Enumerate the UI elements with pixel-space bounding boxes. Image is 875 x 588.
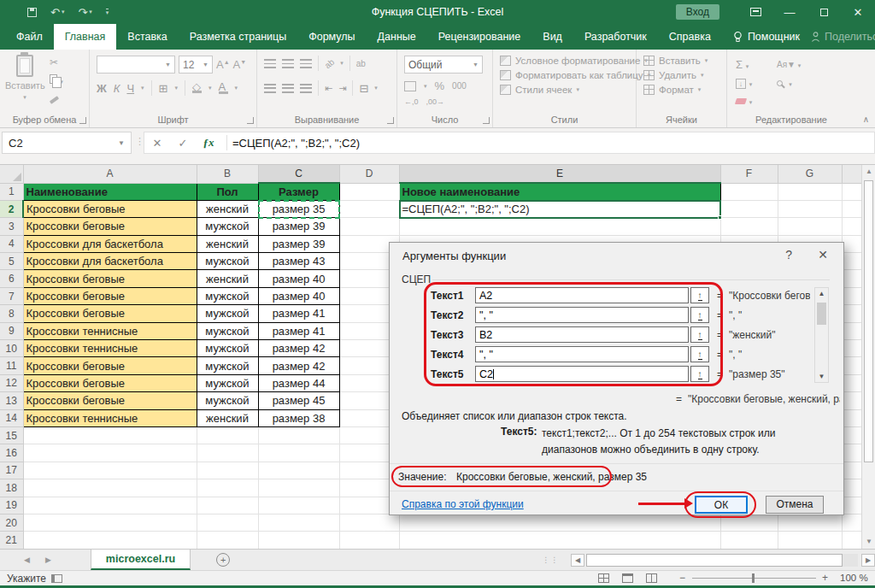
cell-E2[interactable]: =СЦЕП(A2;", ";B2;", ";C2)	[399, 200, 720, 217]
cell-H8[interactable]	[842, 305, 861, 322]
row-header-6[interactable]: 6	[0, 270, 23, 287]
row-header-3[interactable]: 3	[0, 218, 23, 235]
cell-H7[interactable]	[842, 287, 861, 304]
cell-A3[interactable]: Кроссовки беговые	[23, 218, 197, 235]
cell-A20[interactable]	[23, 514, 197, 531]
cell-B10[interactable]: мужской	[197, 340, 258, 357]
column-header-A[interactable]: A	[23, 165, 197, 183]
format-painter-icon[interactable]	[50, 92, 63, 104]
cell-C18[interactable]	[258, 479, 339, 497]
cell-F21[interactable]	[720, 532, 778, 549]
new-sheet-icon[interactable]: +	[216, 553, 230, 567]
cell-A21[interactable]	[23, 532, 197, 549]
ribbon-tab-Вставка[interactable]: Вставка	[116, 24, 178, 50]
row-header-8[interactable]: 8	[0, 305, 23, 322]
scroll-up-icon[interactable]: ▲	[862, 165, 875, 179]
cell-C21[interactable]	[258, 532, 339, 549]
column-header-B[interactable]: B	[197, 165, 258, 183]
cell-C15[interactable]	[258, 426, 339, 444]
cell-H6[interactable]	[842, 270, 861, 287]
cell-C4[interactable]: размер 39	[258, 235, 339, 252]
cell-A2[interactable]: Кроссовки беговые	[23, 200, 197, 217]
cell-B16[interactable]	[197, 444, 258, 462]
prev-sheet-icon[interactable]: ◀	[24, 556, 30, 564]
cell-H19[interactable]	[842, 497, 861, 514]
styles-item-Условное форматирование[interactable]: Условное форматирование▾	[500, 56, 650, 66]
hscroll-right-icon[interactable]: ▶	[861, 554, 875, 567]
cell-E1[interactable]: Новое наименование	[399, 183, 720, 200]
align-left-icon[interactable]	[264, 84, 276, 93]
cell-H4[interactable]	[842, 235, 861, 252]
zoom-out-icon[interactable]: −	[679, 572, 685, 584]
horizontal-scroll-thumb[interactable]	[586, 554, 843, 567]
scroll-down-icon[interactable]: ▼	[862, 535, 875, 549]
cell-A14[interactable]: Кроссовки теннисные	[23, 409, 197, 426]
cell-H12[interactable]	[842, 374, 861, 391]
comma-style-icon[interactable]: 000	[452, 81, 467, 91]
cell-H2[interactable]	[842, 200, 861, 217]
cell-B3[interactable]: мужской	[197, 218, 258, 235]
name-box[interactable]: C2▼	[2, 132, 132, 154]
cell-G21[interactable]	[778, 532, 842, 549]
cell-F2[interactable]	[720, 200, 778, 217]
autosum-icon[interactable]: Σ ▾	[736, 58, 777, 71]
decrease-decimal-icon[interactable]: ,00→	[426, 97, 445, 106]
cancel-button[interactable]: Отмена	[766, 496, 824, 514]
row-header-21[interactable]: 21	[0, 532, 23, 549]
clipboard-dialog-launcher[interactable]	[79, 117, 86, 124]
column-header-G[interactable]: G	[778, 165, 842, 183]
alignment-dialog-launcher[interactable]	[387, 117, 394, 124]
align-center-icon[interactable]	[282, 84, 294, 93]
ribbon-tab-Файл[interactable]: Файл	[5, 24, 54, 50]
cell-C6[interactable]: размер 40	[258, 270, 339, 287]
normal-view-icon[interactable]	[598, 573, 609, 583]
cell-C16[interactable]	[258, 444, 339, 462]
cell-D2[interactable]	[339, 200, 399, 217]
paste-button[interactable]: Вставить▾	[5, 55, 44, 101]
cell-G20[interactable]	[778, 514, 842, 531]
column-header-C[interactable]: C	[258, 165, 339, 183]
fill-color-icon[interactable]: ◇	[192, 83, 202, 93]
collapse-dialog-icon[interactable]: ↑	[690, 307, 709, 323]
sort-filter-icon[interactable]: Ая▼ ▾	[777, 60, 828, 69]
cell-C11[interactable]: размер 42	[258, 357, 339, 374]
cell-A1[interactable]: Наименование	[23, 183, 197, 200]
decrease-font-icon[interactable]: А▼	[233, 58, 247, 71]
cell-E3[interactable]	[399, 218, 720, 235]
cell-B1[interactable]: Пол	[197, 183, 258, 200]
cell-C9[interactable]: размер 41	[258, 322, 339, 339]
cell-A10[interactable]: Кроссовки теннисные	[23, 340, 197, 357]
param-input-Текст5[interactable]: C2	[475, 366, 689, 382]
cell-C12[interactable]: размер 44	[258, 374, 339, 391]
cell-B15[interactable]	[197, 426, 258, 444]
cell-A7[interactable]: Кроссовки беговые	[23, 287, 197, 304]
row-header-14[interactable]: 14	[0, 409, 23, 426]
vertical-scrollbar[interactable]: ▲ ▼	[861, 165, 875, 549]
cell-H15[interactable]	[842, 426, 861, 444]
row-header-13[interactable]: 13	[0, 392, 23, 409]
row-header-11[interactable]: 11	[0, 357, 23, 374]
sign-in-button[interactable]: Вход	[676, 4, 719, 20]
row-header-16[interactable]: 16	[0, 444, 23, 462]
insert-function-icon[interactable]: ƒx	[196, 136, 221, 150]
function-help-link[interactable]: Справка по этой функции	[402, 498, 524, 510]
zoom-in-icon[interactable]: +	[822, 572, 828, 584]
cell-A18[interactable]	[23, 479, 197, 497]
save-icon[interactable]	[27, 8, 37, 17]
cell-C17[interactable]	[258, 462, 339, 479]
row-header-4[interactable]: 4	[0, 235, 23, 252]
font-size-combo[interactable]: 12▼	[179, 56, 213, 74]
increase-indent-icon[interactable]: ⇥	[338, 83, 346, 94]
dialog-close-icon[interactable]: ✕	[818, 248, 828, 262]
cell-H20[interactable]	[842, 514, 861, 531]
copy-icon[interactable]: ▾	[50, 74, 63, 86]
column-header-D[interactable]: D	[339, 165, 399, 183]
cell-C5[interactable]: размер 43	[258, 253, 339, 270]
zoom-slider-thumb[interactable]	[752, 573, 755, 583]
cell-C1[interactable]: Размер	[258, 183, 339, 200]
row-header-5[interactable]: 5	[0, 253, 23, 270]
row-header-9[interactable]: 9	[0, 322, 23, 339]
column-header-partial[interactable]	[842, 165, 861, 183]
maximize-button[interactable]	[807, 6, 841, 19]
cell-B5[interactable]: мужской	[197, 253, 258, 270]
